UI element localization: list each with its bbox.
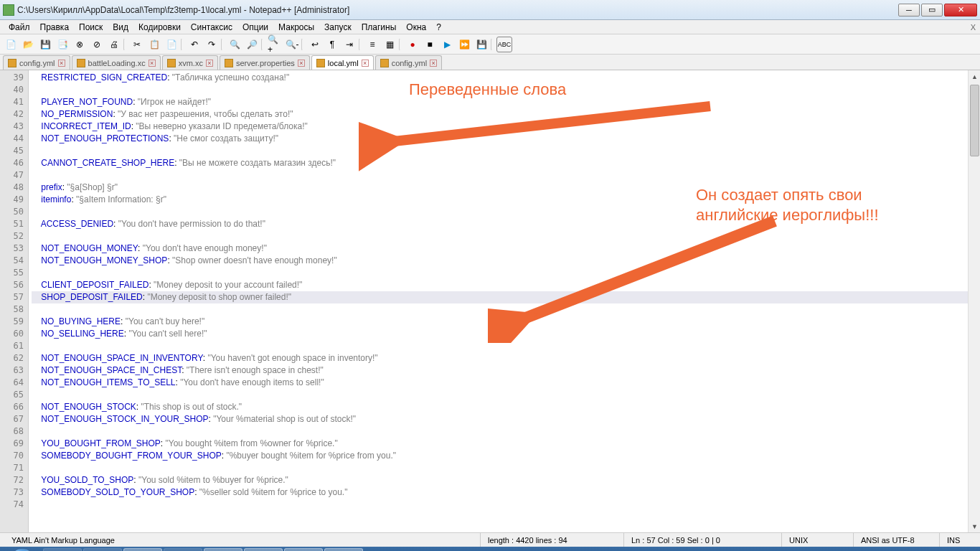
taskbar-explorer[interactable] [244,548,283,551]
separator [123,38,128,51]
taskbar-filezilla[interactable]: Fz [284,548,323,551]
separator [181,38,185,51]
tab-close-icon[interactable]: × [298,60,305,67]
menu-options[interactable]: Опции [238,21,273,34]
taskbar-steam[interactable] [83,548,122,551]
indent-guide-icon[interactable]: ⇥ [341,37,357,52]
menu-file[interactable]: Файл [4,21,34,34]
menu-bar: Файл Правка Поиск Вид Кодировки Синтакси… [0,20,980,34]
close-file-icon[interactable]: ⊗ [72,37,88,52]
scroll-thumb[interactable] [970,85,979,156]
copy-icon[interactable]: 📋 [146,37,162,52]
separator [301,38,306,51]
replace-icon[interactable]: 🔎 [244,37,260,52]
close-all-icon[interactable]: ⊘ [89,37,105,52]
tab-close-icon[interactable]: × [430,60,437,67]
separator [491,38,495,51]
editor-area: 39 40 41 42 43 44 45 46 47 48 49 50 51 5… [0,70,980,532]
menu-close-x[interactable]: X [971,23,976,32]
tab-1[interactable]: battleLoading.xc× [72,55,161,70]
scroll-down-icon[interactable]: ▼ [969,520,980,532]
vertical-scrollbar[interactable]: ▲ ▼ [968,70,980,532]
menu-edit[interactable]: Правка [36,21,74,34]
tab-4[interactable]: local.yml× [311,55,374,70]
separator [261,38,265,51]
menu-syntax[interactable]: Синтаксис [187,21,237,34]
taskbar-skype[interactable] [123,548,162,551]
scroll-up-icon[interactable]: ▲ [969,70,980,83]
tab-close-icon[interactable]: × [149,60,156,67]
redo-icon[interactable]: ↷ [204,37,220,52]
window-title: C:\Users\Кирилл\AppData\Local\Temp\fz3te… [17,5,898,15]
tab-close-icon[interactable]: × [58,60,65,67]
menu-help[interactable]: ? [432,21,446,34]
show-all-chars-icon[interactable]: ¶ [324,37,340,52]
menu-run[interactable]: Запуск [320,21,356,34]
file-icon [167,59,176,67]
file-icon [316,59,325,67]
spellcheck-icon[interactable]: ABC [496,37,512,52]
taskbar-notepadpp[interactable] [324,548,363,551]
tab-close-icon[interactable]: × [362,60,369,67]
menu-plugins[interactable]: Плагины [357,21,401,34]
file-icon [8,59,17,67]
save-all-icon[interactable]: 📑 [55,37,70,52]
zoom-out-icon[interactable]: 🔍- [284,37,300,52]
tab-label: battleLoading.xc [88,59,146,67]
tab-close-icon[interactable]: × [206,60,213,67]
menu-view[interactable]: Вид [108,21,133,34]
minimize-button[interactable]: ─ [898,4,920,17]
tab-2[interactable]: xvm.xc× [162,55,218,70]
new-file-icon[interactable]: 📄 [3,37,19,52]
code-content[interactable]: RESTRICTED_SIGN_CREATED: "Табличка успеш… [29,70,968,532]
separator [359,38,363,51]
open-file-icon[interactable]: 📂 [20,37,36,52]
tab-5[interactable]: config.yml× [375,55,443,70]
doc-map-icon[interactable]: ▦ [382,37,397,52]
record-macro-icon[interactable]: ● [405,37,420,52]
close-button[interactable]: ✕ [944,4,977,17]
file-icon [380,59,389,67]
menu-windows[interactable]: Окна [402,21,430,34]
windows-taskbar: Fz RU ▲ 🏳 🛡 📶 🔊 20:08 18.11.2014 [0,547,980,551]
find-icon[interactable]: 🔍 [227,37,242,52]
run-macro-multi-icon[interactable]: ⏩ [456,37,472,52]
taskbar-chrome[interactable] [164,548,202,551]
toolbar: 📄 📂 💾 📑 ⊗ ⊘ 🖨 ✂ 📋 📄 ↶ ↷ 🔍 🔎 🔍+ 🔍- ↩ ¶ ⇥ … [0,34,980,55]
maximize-button[interactable]: ▭ [921,4,943,17]
separator [399,38,403,51]
zoom-in-icon[interactable]: 🔍+ [267,37,283,52]
menu-search[interactable]: Поиск [75,21,107,34]
tab-label: local.yml [328,59,359,67]
tab-3[interactable]: server.properties× [220,55,310,70]
stop-macro-icon[interactable]: ■ [422,37,438,52]
print-icon[interactable]: 🖨 [106,37,122,52]
app-icon [3,4,14,16]
tab-label: xvm.xc [179,59,203,67]
menu-encoding[interactable]: Кодировки [134,21,185,34]
line-number-gutter: 39 40 41 42 43 44 45 46 47 48 49 50 51 5… [0,70,29,532]
cut-icon[interactable]: ✂ [129,37,145,52]
save-macro-icon[interactable]: 💾 [473,37,489,52]
file-icon [225,59,233,67]
play-macro-icon[interactable]: ▶ [439,37,455,52]
tab-label: server.properties [236,59,295,67]
tab-label: config.yml [392,59,428,67]
save-icon[interactable]: 💾 [37,37,53,52]
tab-0[interactable]: config.yml× [3,55,70,70]
separator [221,38,225,51]
tab-label: config.yml [19,59,55,67]
menu-macros[interactable]: Макросы [274,21,319,34]
function-list-icon[interactable]: ≡ [364,37,380,52]
wrap-icon[interactable]: ↩ [307,37,323,52]
file-icon [77,59,85,67]
start-button[interactable] [3,547,42,551]
taskbar-minecraft[interactable] [204,548,242,551]
paste-icon[interactable]: 📄 [164,37,179,52]
tab-bar: config.yml×battleLoading.xc×xvm.xc×serve… [0,55,980,70]
taskbar-app-1[interactable] [43,548,82,551]
window-titlebar: C:\Users\Кирилл\AppData\Local\Temp\fz3te… [0,0,980,20]
undo-icon[interactable]: ↶ [187,37,202,52]
